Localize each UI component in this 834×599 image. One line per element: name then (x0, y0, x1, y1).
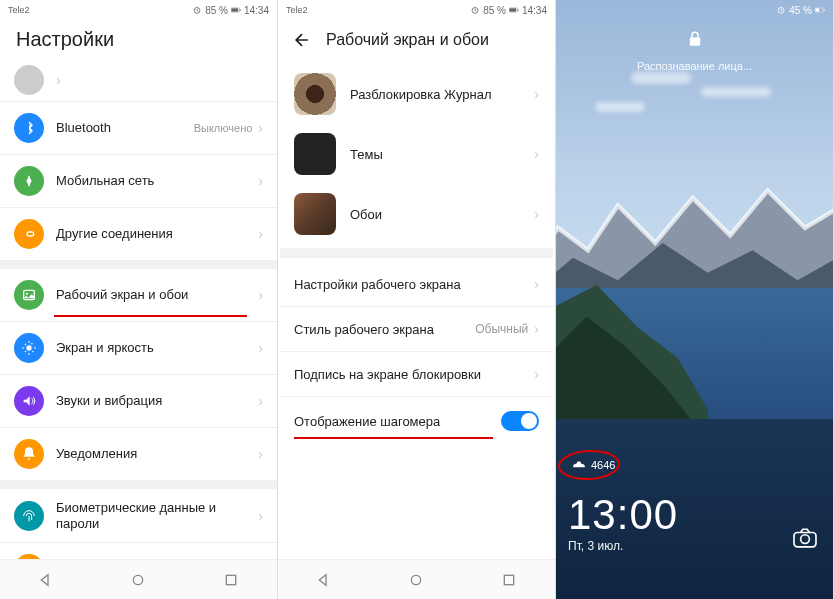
nav-back-button[interactable] (314, 570, 334, 590)
item-step-counter[interactable]: Отображение шагомера (280, 397, 553, 445)
setting-notifications[interactable]: Уведомления › (0, 428, 277, 481)
battery-pct: 85 % (483, 5, 506, 16)
setting-bluetooth[interactable]: Bluetooth Выключено › (0, 102, 277, 155)
item-label: Настройки рабочего экрана (294, 277, 534, 292)
item-themes[interactable]: Темы › (280, 124, 553, 184)
camera-shortcut-icon[interactable] (791, 527, 819, 549)
setting-label: Экран и яркость (56, 340, 258, 356)
svg-point-17 (412, 575, 421, 584)
android-navbar (278, 559, 555, 599)
item-wallpaper[interactable]: Обои › (280, 184, 553, 244)
setting-home-wallpaper[interactable]: Рабочий экран и обои › (0, 269, 277, 322)
setting-label: Звуки и вибрация (56, 393, 258, 409)
settings-list: › Bluetooth Выключено › Мобильная сеть ›… (0, 65, 277, 595)
android-navbar (0, 559, 277, 599)
svg-point-6 (26, 345, 31, 350)
item-label: Темы (350, 147, 534, 162)
chevron-right-icon: › (258, 226, 263, 242)
nav-home-button[interactable] (406, 570, 426, 590)
carrier-label: Tele2 (286, 5, 308, 15)
chevron-right-icon: › (534, 276, 539, 292)
svg-point-11 (134, 575, 143, 584)
nav-back-button[interactable] (36, 570, 56, 590)
nav-recent-button[interactable] (499, 570, 519, 590)
status-bar: 45 % (556, 0, 833, 20)
setting-display[interactable]: Экран и яркость › (0, 322, 277, 375)
clock-time: 13:00 (568, 491, 678, 539)
alarm-icon (776, 5, 786, 15)
step-counter-toggle[interactable] (501, 411, 539, 431)
svg-rect-2 (231, 8, 238, 11)
divider (0, 481, 277, 489)
chevron-right-icon: › (258, 340, 263, 356)
setting-label: Другие соединения (56, 226, 258, 242)
bluetooth-icon (14, 113, 44, 143)
alarm-icon (470, 5, 480, 15)
thumb-themes (294, 133, 336, 175)
item-home-settings[interactable]: Настройки рабочего экрана › (280, 262, 553, 307)
status-right: 85 % 14:34 (192, 5, 269, 16)
status-bar: Tele2 85 % 14:34 (0, 0, 277, 20)
chevron-right-icon: › (534, 321, 539, 337)
svg-point-5 (26, 293, 28, 295)
setting-value: Выключено (194, 122, 253, 134)
chevron-right-icon: › (534, 86, 539, 102)
chevron-right-icon: › (534, 146, 539, 162)
status-bar: Tele2 85 % 14:34 (278, 0, 555, 20)
clock-date: Пт, 3 июл. (568, 539, 678, 553)
item-magazine-unlock[interactable]: Разблокировка Журнал › (280, 64, 553, 124)
item-lock-signature[interactable]: Подпись на экране блокировки › (280, 352, 553, 397)
chevron-right-icon: › (56, 72, 61, 88)
setting-other-connections[interactable]: Другие соединения › (0, 208, 277, 261)
brightness-icon (14, 333, 44, 363)
lock-screen-panel: 45 % Распознавание лица... 4646 13:00 Пт… (556, 0, 834, 599)
step-counter-badge[interactable]: 4646 (562, 456, 625, 474)
battery-pct: 85 % (205, 5, 228, 16)
svg-rect-3 (240, 9, 241, 11)
settings-title: Настройки (0, 20, 277, 65)
face-recognition-text: Распознавание лица... (556, 60, 833, 72)
lock-area: Распознавание лица... (556, 28, 833, 72)
setting-label: Рабочий экран и обои (56, 287, 258, 303)
back-arrow-icon[interactable] (292, 30, 312, 50)
highlight-underline (54, 315, 247, 317)
nav-recent-button[interactable] (221, 570, 241, 590)
panel-header: Рабочий экран и обои (278, 20, 555, 64)
battery-icon (231, 5, 241, 15)
battery-icon (509, 5, 519, 15)
item-label: Стиль рабочего экрана (294, 322, 475, 337)
setting-sounds[interactable]: Звуки и вибрация › (0, 375, 277, 428)
battery-icon (815, 5, 825, 15)
clock-area: 13:00 Пт, 3 июл. (568, 491, 678, 553)
nav-home-button[interactable] (128, 570, 148, 590)
chevron-right-icon: › (534, 206, 539, 222)
divider (280, 248, 553, 258)
chevron-right-icon: › (258, 173, 263, 189)
setting-partial[interactable]: › (0, 65, 277, 102)
svg-point-24 (801, 535, 810, 544)
status-right: 45 % (776, 5, 825, 16)
home-wallpaper-list: Разблокировка Журнал › Темы › Обои › Нас… (278, 64, 555, 445)
svg-rect-12 (226, 575, 235, 584)
image-icon (14, 280, 44, 310)
setting-label: Биометрические данные и пароли (56, 500, 258, 531)
setting-biometrics[interactable]: Биометрические данные и пароли › (0, 489, 277, 543)
lock-icon (686, 28, 704, 50)
item-label: Подпись на экране блокировки (294, 367, 534, 382)
svg-rect-15 (509, 8, 516, 11)
fingerprint-icon (14, 501, 44, 531)
setting-label: Мобильная сеть (56, 173, 258, 189)
chevron-right-icon: › (258, 120, 263, 136)
settings-root-panel: Tele2 85 % 14:34 Настройки › Bluetooth В… (0, 0, 278, 599)
home-wallpaper-panel: Tele2 85 % 14:34 Рабочий экран и обои Ра… (278, 0, 556, 599)
panel-title: Рабочий экран и обои (326, 31, 489, 49)
item-label: Разблокировка Журнал (350, 87, 534, 102)
setting-label: Bluetooth (56, 120, 194, 136)
setting-mobile[interactable]: Мобильная сеть › (0, 155, 277, 208)
status-right: 85 % 14:34 (470, 5, 547, 16)
divider (0, 261, 277, 269)
item-home-style[interactable]: Стиль рабочего экрана Обычный › (280, 307, 553, 352)
svg-rect-21 (815, 8, 819, 11)
alarm-icon (192, 5, 202, 15)
status-time: 14:34 (244, 5, 269, 16)
